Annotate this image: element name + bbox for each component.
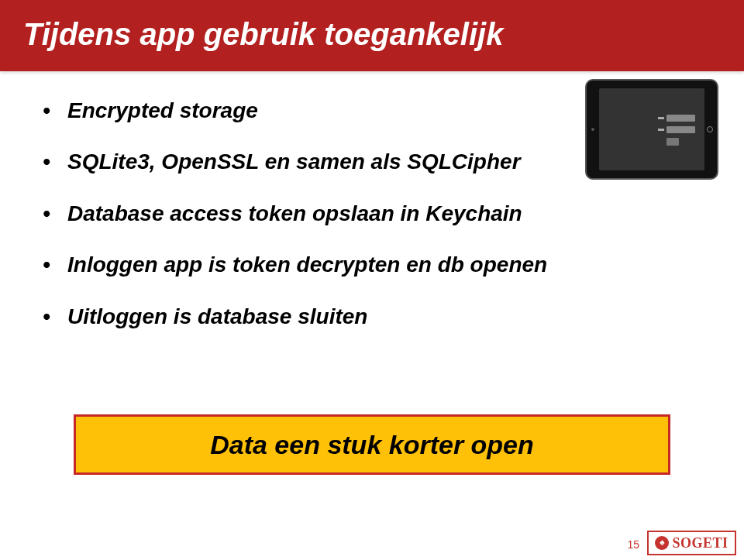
tablet-screen	[599, 88, 704, 170]
tablet-login-form	[658, 115, 695, 146]
bullet-item: Encrypted storage	[43, 97, 570, 125]
sogeti-logo: SOGETI	[647, 531, 736, 555]
title-band: Tijdens app gebruik toegankelijk	[0, 0, 744, 71]
bullet-item: SQLite3, OpenSSL en samen als SQLCipher	[43, 148, 570, 176]
tablet-home-button-icon	[707, 126, 713, 132]
tablet-illustration	[585, 79, 718, 180]
bullet-item: Database access token opslaan in Keychai…	[43, 200, 570, 228]
bullet-item: Uitloggen is database sluiten	[43, 303, 570, 331]
highlight-box: Data een stuk korter open	[74, 414, 670, 475]
logo-text: SOGETI	[672, 535, 728, 551]
bullet-item: Inloggen app is token decrypten en db op…	[43, 251, 570, 279]
page-number: 15	[627, 538, 639, 551]
tablet-camera-icon	[591, 128, 594, 131]
logo-spade-icon	[655, 536, 669, 550]
highlight-text: Data een stuk korter open	[210, 430, 534, 460]
bullet-list: Encrypted storage SQLite3, OpenSSL en sa…	[43, 97, 570, 354]
slide-title: Tijdens app gebruik toegankelijk	[23, 17, 503, 52]
